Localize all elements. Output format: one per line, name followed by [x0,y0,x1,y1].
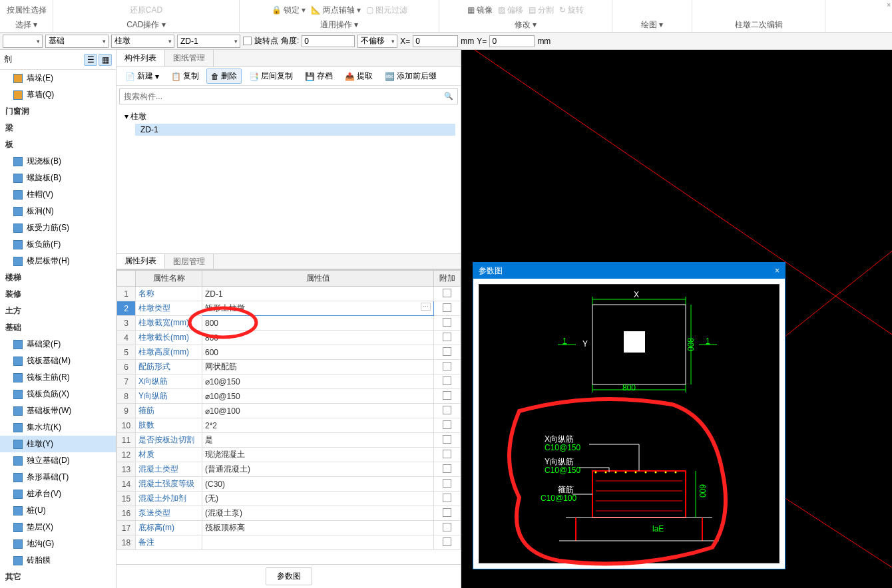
property-table[interactable]: 属性名称 属性值 附加 1名称ZD-12柱墩类型矩形上柱墩⋯3柱墩截宽(mm)8… [116,269,461,564]
tree-group[interactable]: 板 [0,136,116,153]
restore-cad[interactable]: 还原CAD [130,5,162,16]
tree-item[interactable]: 螺旋板(B) [0,170,116,186]
tree-item[interactable]: 筏板基础(M) [0,353,116,369]
tree-item[interactable]: 板受力筋(S) [0,220,116,236]
extra-checkbox[interactable] [443,391,451,400]
extra-checkbox[interactable] [443,362,451,370]
extra-checkbox[interactable] [443,420,451,429]
property-row[interactable]: 18备注 [117,535,461,550]
delete-button[interactable]: 🗑 删除 [206,69,242,84]
archive-button[interactable]: 💾 存档 [300,69,337,84]
tree-item[interactable]: 桩(U) [0,502,116,519]
tree-item[interactable]: 桩承台(V) [0,486,116,502]
property-row[interactable]: 6配筋形式网状配筋 [117,360,461,374]
property-row[interactable]: 1名称ZD-1 [117,287,461,301]
extra-checkbox[interactable] [443,537,451,546]
tree-item[interactable]: 地沟(G) [0,535,116,552]
extra-checkbox[interactable] [443,303,451,312]
combo-layer[interactable] [3,35,43,48]
property-row[interactable]: 9箍筋⌀10@100 [117,404,461,418]
combo-type[interactable]: 柱墩 [111,35,174,48]
layer-copy-button[interactable]: 📑 层间复制 [244,69,298,84]
tree-item[interactable]: 筏板主筋(R) [0,369,116,386]
property-row[interactable]: 12材质现浇混凝土 [117,448,461,462]
property-row[interactable]: 4柱墩截长(mm)800 [117,331,461,345]
tree-item[interactable]: 垫层(X) [0,519,116,535]
tree-item[interactable]: 砖胎膜 [0,552,116,569]
extra-checkbox[interactable] [443,450,451,458]
tree-group[interactable]: 其它 [0,569,116,585]
tree-item[interactable]: 独立基础(D) [0,452,116,469]
extra-checkbox[interactable] [443,479,451,488]
extra-checkbox[interactable] [443,464,451,473]
extra-checkbox[interactable] [443,318,451,327]
tree-item[interactable]: 基础板带(W) [0,402,116,419]
property-row[interactable]: 15混凝土外加剂(无) [117,492,461,506]
tree-item[interactable]: 条形基础(T) [0,469,116,486]
property-row[interactable]: 3柱墩截宽(mm)800 [117,316,461,331]
lock-btn[interactable]: 🔒 锁定 ▾ [272,5,306,16]
component-tree[interactable]: ▾ 柱墩 ZD-1 [116,107,461,253]
tree-item[interactable]: 柱帽(V) [0,186,116,203]
panel-close-icon[interactable]: × [887,1,891,9]
copy-button[interactable]: 📋 复制 [166,69,204,84]
dialog-close-icon[interactable]: × [775,266,780,275]
extra-checkbox[interactable] [443,376,451,385]
property-row[interactable]: 17底标高(m)筏板顶标高 [117,521,461,535]
search-box[interactable] [119,88,458,104]
property-row[interactable]: 11是否按板边切割是 [117,433,461,448]
tree-group[interactable]: 土方 [0,303,116,319]
tree-group[interactable]: 门窗洞 [0,103,116,120]
tree-item[interactable]: 楼层板带(H) [0,253,116,269]
select-group-label[interactable]: 选择 [15,20,31,29]
extra-checkbox[interactable] [443,494,451,502]
prefix-button[interactable]: 🔤 添加前后缀 [380,69,441,84]
property-row[interactable]: 2柱墩类型矩形上柱墩⋯ [117,301,461,316]
tab-drawing-mgmt[interactable]: 图纸管理 [165,50,214,67]
snap-btn[interactable]: 📐 两点辅轴 ▾ [311,5,361,16]
draw-group-label[interactable]: 绘图 [641,20,657,29]
extra-checkbox[interactable] [443,406,451,414]
rotpoint-check[interactable] [243,37,252,45]
split-btn[interactable]: ▤ 分割 [529,5,554,16]
filter-btn[interactable]: ▢ 图元过滤 [366,5,407,16]
modify-group-label[interactable]: 修改 [515,20,531,29]
extract-button[interactable]: 📤 提取 [340,69,377,84]
x-input[interactable] [413,35,458,47]
tab-component-list[interactable]: 构件列表 [116,50,165,67]
extra-checkbox[interactable] [443,333,451,341]
select-by-attr[interactable]: 按属性选择 [7,5,47,16]
tree-group[interactable]: 楼梯 [0,269,116,286]
search-input[interactable] [124,89,441,104]
property-row[interactable]: 13混凝土类型(普通混凝土) [117,462,461,477]
category-tree[interactable]: 墙垛(E)幕墙(Q)门窗洞梁板现浇板(B)螺旋板(B)柱帽(V)板洞(N)板受力… [0,70,116,588]
common-group-label[interactable]: 通用操作 [320,20,352,29]
view-grid-icon[interactable]: ▦ [99,54,112,66]
tree-item[interactable]: 墙垛(E) [0,70,116,86]
property-row[interactable]: 10肢数2*2 [117,418,461,433]
tree-group[interactable]: 基础 [0,319,116,336]
offset-btn[interactable]: ▨ 偏移 [498,5,523,16]
property-row[interactable]: 8Y向纵筋⌀10@150 [117,389,461,404]
tree-root[interactable]: 柱墩 [130,112,146,121]
mirror-btn[interactable]: ▦ 镜像 [467,5,493,16]
tab-properties[interactable]: 属性列表 [116,254,165,269]
rotate-btn[interactable]: ↻ 旋转 [559,5,584,16]
property-row[interactable]: 5柱墩高度(mm)600 [117,345,461,360]
property-row[interactable]: 14混凝土强度等级(C30) [117,477,461,492]
extra-checkbox[interactable] [443,523,451,531]
tree-item[interactable]: 板负筋(F) [0,236,116,253]
param-diagram-button[interactable]: 参数图 [266,567,312,585]
tree-item[interactable]: 板洞(N) [0,203,116,220]
view-list-icon[interactable]: ☰ [84,54,97,66]
tree-item[interactable]: 基础梁(F) [0,336,116,353]
combo-instance[interactable]: ZD-1 [177,35,240,48]
tree-item-zd1[interactable]: ZD-1 [135,124,455,136]
tree-item[interactable]: 现浇板(B) [0,153,116,170]
cad-group-label[interactable]: CAD操作 [126,20,159,29]
extra-checkbox[interactable] [443,347,451,356]
y-input[interactable] [489,35,535,47]
extra-checkbox[interactable] [443,435,451,444]
combo-category[interactable]: 基础 [45,35,109,48]
property-row[interactable]: 7X向纵筋⌀10@150 [117,374,461,389]
